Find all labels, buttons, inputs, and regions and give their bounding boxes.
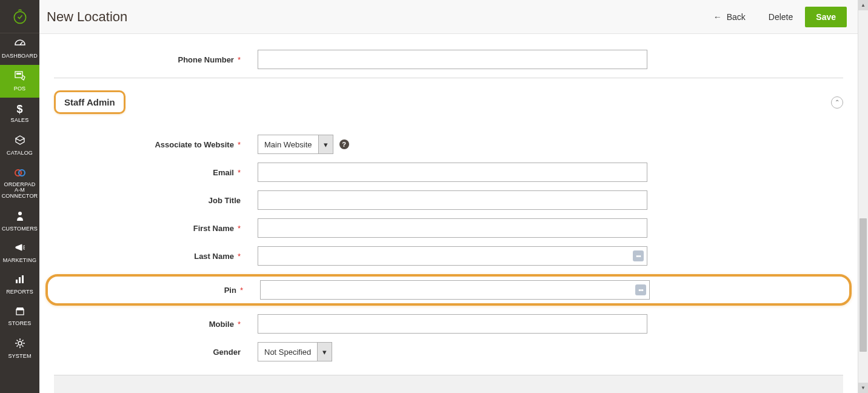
sidebar-item-pos[interactable]: POS [0, 65, 39, 98]
assoc-label: Associate to Website* [54, 140, 258, 149]
field-phone: Phone Number* [54, 50, 843, 69]
stores-icon [15, 306, 25, 319]
svg-rect-9 [16, 310, 24, 315]
sidebar-item-marketing[interactable]: MARKETING [0, 238, 39, 269]
sidebar-label: MARKETING [3, 258, 36, 264]
logo[interactable] [0, 0, 39, 33]
sidebar-item-reports[interactable]: REPORTS [0, 269, 39, 301]
delete-button[interactable]: Delete [758, 7, 804, 27]
back-label: Back [727, 12, 746, 22]
field-jobtitle: Job Title [54, 190, 843, 210]
field-pin-highlight: Pin* ••• [45, 274, 852, 306]
connector-icon [14, 167, 26, 180]
gender-label: Gender [54, 348, 258, 357]
arrow-left-icon: ← [713, 12, 722, 22]
mobile-label: Mobile* [54, 320, 258, 329]
header: New Location ← Back Delete Save [39, 0, 858, 34]
gear-icon [15, 338, 25, 352]
email-input[interactable] [258, 163, 647, 182]
sidebar-label: ORDERPAD A-M CONNECTOR [1, 182, 38, 200]
autofill-icon[interactable]: ••• [635, 284, 646, 295]
pos-icon [14, 70, 26, 84]
scroll-down-icon[interactable]: ▼ [858, 383, 868, 393]
sidebar-label: STORES [8, 321, 31, 327]
assoc-value: Main Website [258, 135, 318, 153]
back-button[interactable]: ← Back [703, 7, 756, 27]
field-associate-website: Associate to Website* Main Website ▾ ? [54, 135, 843, 154]
sidebar-item-stores[interactable]: STORES [0, 301, 39, 332]
sidebar-item-sales[interactable]: $ SALES [0, 98, 39, 129]
field-lastname: Last Name* ••• [54, 246, 843, 266]
chevron-down-icon: ▾ [317, 343, 332, 361]
firstname-input[interactable] [258, 218, 647, 238]
required-mark: * [238, 252, 241, 261]
pin-input[interactable] [260, 280, 650, 300]
mobile-input[interactable] [258, 314, 647, 334]
svg-rect-8 [22, 275, 24, 283]
chevron-down-icon: ▾ [318, 135, 333, 153]
required-mark: * [238, 320, 241, 329]
dashboard-icon [14, 39, 26, 52]
scroll-thumb[interactable] [860, 218, 867, 352]
catalog-icon [15, 135, 25, 149]
delete-label: Delete [769, 12, 793, 22]
dollar-icon: $ [16, 103, 22, 116]
svg-point-5 [18, 212, 22, 215]
section-title-staff-admin: Staff Admin [54, 90, 125, 114]
footer: Privacy Policy | Report an Issue [54, 375, 843, 393]
sidebar-item-catalog[interactable]: CATALOG [0, 129, 39, 162]
firstname-label: First Name* [54, 224, 258, 233]
email-label: Email* [54, 168, 258, 177]
content: Phone Number* Staff Admin ⌃ Associate to… [39, 34, 858, 393]
svg-point-10 [18, 341, 22, 345]
phone-label: Phone Number* [54, 55, 258, 64]
page-title: New Location [47, 9, 127, 25]
sidebar-label: REPORTS [6, 289, 33, 295]
required-mark: * [240, 286, 243, 295]
field-firstname: First Name* [54, 218, 843, 238]
lastname-input[interactable] [258, 246, 647, 266]
customers-icon [16, 210, 24, 224]
svg-rect-6 [16, 280, 18, 283]
required-mark: * [238, 140, 241, 149]
sidebar-item-customers[interactable]: CUSTOMERS [0, 205, 39, 238]
header-actions: ← Back Delete Save [703, 7, 847, 27]
sidebar-label: SALES [10, 118, 28, 124]
svg-rect-7 [19, 277, 21, 283]
sidebar-item-system[interactable]: SYSTEM [0, 332, 39, 365]
sidebar-item-connector[interactable]: ORDERPAD A-M CONNECTOR [0, 162, 39, 206]
required-mark: * [238, 224, 241, 233]
sidebar: DASHBOARD POS $ SALES CATALOG ORDERPAD A… [0, 0, 39, 393]
logo-icon [12, 8, 28, 25]
jobtitle-label: Job Title [54, 196, 258, 205]
sidebar-label: POS [14, 86, 26, 92]
main: New Location ← Back Delete Save Phone Nu [39, 0, 858, 393]
assoc-select[interactable]: Main Website ▾ [258, 135, 333, 154]
required-mark: * [238, 55, 241, 64]
gender-select[interactable]: Not Specified ▾ [258, 342, 332, 361]
jobtitle-input[interactable] [258, 190, 647, 210]
save-label: Save [816, 12, 836, 22]
collapse-toggle[interactable]: ⌃ [831, 96, 843, 109]
divider [54, 78, 843, 78]
chevron-up-icon: ⌃ [835, 99, 840, 106]
sidebar-label: SYSTEM [8, 354, 31, 360]
field-email: Email* [54, 163, 843, 182]
window-scrollbar[interactable]: ▲ ▼ [858, 0, 868, 393]
help-icon[interactable]: ? [339, 139, 349, 149]
sidebar-label: DASHBOARD [2, 53, 38, 59]
megaphone-icon [15, 243, 25, 256]
field-mobile: Mobile* [54, 314, 843, 334]
pin-label: Pin* [54, 286, 260, 295]
required-mark: * [238, 168, 241, 177]
sidebar-label: CATALOG [7, 150, 33, 156]
field-gender: Gender Not Specified ▾ [54, 342, 843, 361]
reports-icon [15, 275, 25, 287]
autofill-icon[interactable]: ••• [633, 250, 644, 261]
svg-rect-2 [16, 73, 21, 75]
save-button[interactable]: Save [805, 7, 847, 27]
lastname-label: Last Name* [54, 252, 258, 261]
scroll-up-icon[interactable]: ▲ [858, 0, 868, 10]
sidebar-item-dashboard[interactable]: DASHBOARD [0, 33, 39, 65]
phone-input[interactable] [258, 50, 647, 69]
